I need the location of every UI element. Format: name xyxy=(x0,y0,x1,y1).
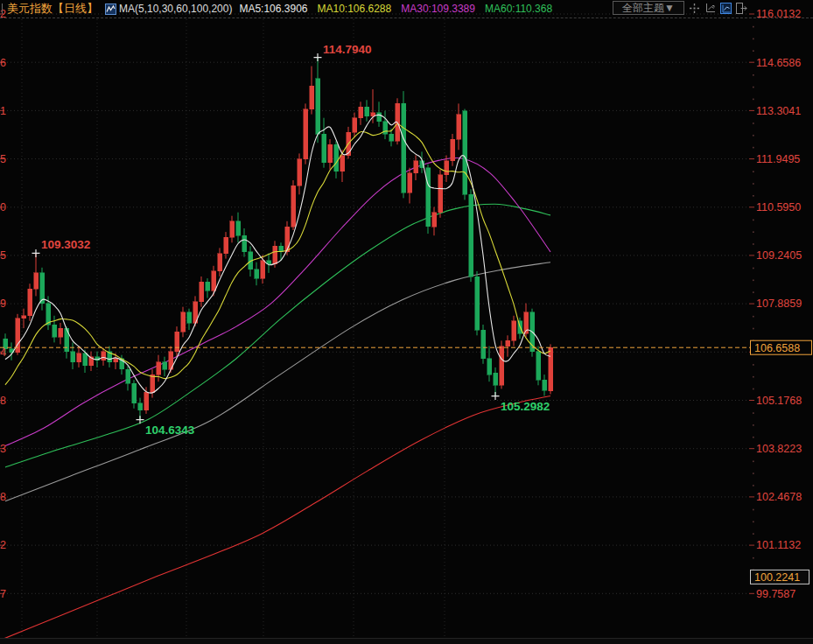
y-axis-label-left-cut: 113.3041 xyxy=(0,105,6,117)
y-axis-label-left-cut: 99.7587 xyxy=(0,588,6,600)
y-axis-label: 105.1768 xyxy=(756,395,802,407)
candle-chart-icon[interactable] xyxy=(719,2,732,14)
header-toolbar: 全部主题▼ xyxy=(613,1,747,15)
y-axis-label: 114.6586 xyxy=(756,57,801,69)
y-axis-label: 111.9495 xyxy=(756,153,800,165)
svg-text:100.2241: 100.2241 xyxy=(754,571,800,584)
y-axis-label: 101.1132 xyxy=(756,539,801,551)
bottom-border-strip xyxy=(0,638,813,644)
chart-window: 116.0132116.0132114.6586114.6586113.3041… xyxy=(0,0,813,644)
extreme-cross-marker xyxy=(314,53,322,61)
y-axis-label-left-cut: 111.9495 xyxy=(0,153,6,165)
y-axis-label-left-cut: 107.8859 xyxy=(0,298,6,310)
side-panel-icon[interactable] xyxy=(735,2,747,14)
ma-line-ma200 xyxy=(0,396,550,640)
price-axis: 116.0132116.0132114.6586114.6586113.3041… xyxy=(0,8,802,599)
grid-layer xyxy=(0,14,749,638)
ma-line-ma100 xyxy=(5,262,550,501)
y-axis-label: 99.7587 xyxy=(756,588,795,600)
extreme-price-label: 105.2982 xyxy=(501,400,550,413)
y-axis-label: 110.5950 xyxy=(756,201,801,214)
secondary-price-badge: 100.2241 xyxy=(751,570,809,584)
y-axis-label-left-cut: 102.4678 xyxy=(0,491,6,503)
y-axis-label-left-cut: 105.1768 xyxy=(0,395,6,407)
y-axis-label-left-cut: 103.8223 xyxy=(0,443,6,455)
y-axis-label: 109.2405 xyxy=(756,249,802,262)
extreme-cross-marker xyxy=(492,392,500,400)
y-axis-label-left-cut: 106.5314 xyxy=(0,346,6,359)
chart-canvas[interactable]: 116.0132116.0132114.6586114.6586113.3041… xyxy=(0,0,813,644)
y-axis-label: 102.4678 xyxy=(756,491,802,503)
ma-slow-lines-layer xyxy=(0,158,550,640)
y-axis-label: 107.8859 xyxy=(756,298,802,310)
ma-value: MA60:110.368 xyxy=(485,3,552,15)
ma-value: MA10:106.6288 xyxy=(317,3,391,15)
y-axis-label: 103.8223 xyxy=(756,443,802,455)
y-axis-label-left-cut: 110.5950 xyxy=(0,201,6,214)
ma-values: MA5:106.3906MA10:106.6288MA30:109.3389MA… xyxy=(239,3,562,15)
y-axis-label-left-cut: 109.2405 xyxy=(0,249,6,262)
extreme-cross-marker xyxy=(32,249,40,257)
pan-tool-icon[interactable] xyxy=(688,2,700,14)
current-price-badge: 106.6588 xyxy=(751,340,812,354)
extreme-price-label: 104.6343 xyxy=(145,424,195,437)
ma-group-label: MA(5,10,30,60,100,200) xyxy=(119,3,232,15)
ma-value: MA30:109.3389 xyxy=(401,3,475,15)
axis-chart-icon[interactable] xyxy=(704,2,716,14)
y-axis-label-left-cut: 114.6586 xyxy=(0,57,6,69)
candlestick-chart[interactable]: 116.0132116.0132114.6586114.6586113.3041… xyxy=(0,0,813,644)
extreme-price-label: 114.7940 xyxy=(323,43,372,56)
window-edge-divider xyxy=(2,4,3,14)
chart-header: 美元指数【日线】 MA(5,10,30,60,100,200) MA5:106.… xyxy=(0,0,813,18)
extreme-price-label: 109.3032 xyxy=(41,238,90,251)
y-axis-label: 113.3041 xyxy=(756,105,801,117)
svg-text:106.6588: 106.6588 xyxy=(754,342,800,354)
symbol-title: 美元指数【日线】 xyxy=(7,1,98,17)
y-axis-label-left-cut: 101.1132 xyxy=(0,539,6,551)
ma-value: MA5:106.3906 xyxy=(239,3,307,15)
extreme-cross-marker xyxy=(137,416,144,424)
theme-dropdown[interactable]: 全部主题▼ xyxy=(613,1,684,15)
mini-line-chart-icon[interactable] xyxy=(105,4,116,15)
